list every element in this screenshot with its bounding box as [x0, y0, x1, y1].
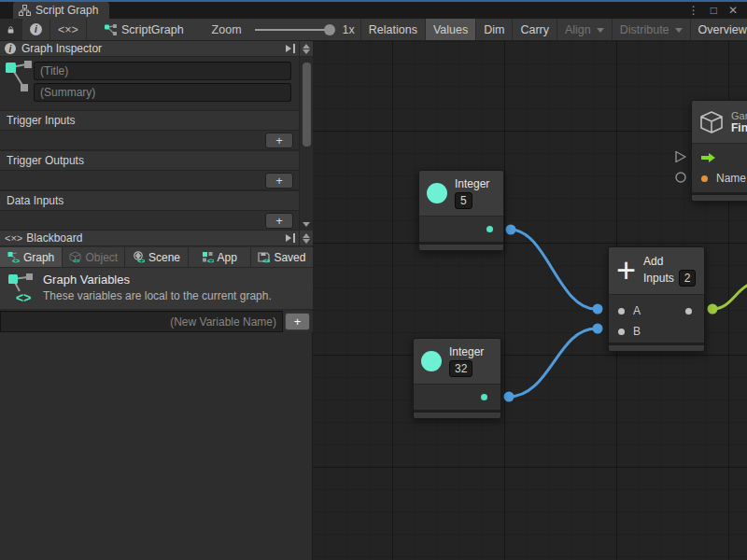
graph-summary-input[interactable]: [34, 83, 291, 102]
output-port[interactable]: [486, 226, 493, 232]
node-integer-5[interactable]: Integer 5: [418, 170, 504, 251]
align-dropdown-button[interactable]: Align: [557, 19, 613, 40]
gameobject-cube-icon: [699, 110, 724, 134]
node-gameobject-find[interactable]: Gam Fin Name: [691, 100, 747, 202]
tab-scene[interactable]: <> Scene: [125, 247, 188, 267]
node-header: + Add Inputs 2: [609, 247, 704, 294]
lock-button[interactable]: [0, 19, 22, 40]
overview-button[interactable]: Overview: [691, 19, 747, 40]
node-body: Name: [692, 143, 747, 192]
app-icon: <>: [202, 251, 214, 263]
empty-trigger-indicator-icon[interactable]: [674, 150, 687, 163]
zoom-slider-thumb[interactable]: [324, 24, 335, 35]
graph-canvas[interactable]: Integer 5 Integer 32: [313, 41, 747, 560]
angle-x-icon: <×>: [5, 232, 22, 244]
dock-icon[interactable]: [286, 233, 295, 243]
info-icon: i: [5, 43, 16, 54]
tab-graph[interactable]: <> Graph: [0, 247, 63, 267]
add-data-input-button[interactable]: +: [265, 213, 293, 229]
zoom-slider-track[interactable]: [255, 29, 331, 31]
graph-inspector-header: i Graph Inspector: [0, 41, 313, 57]
zoom-label: Zoom: [204, 19, 249, 40]
integer-value-field[interactable]: 5: [455, 192, 472, 209]
window-menu-icon[interactable]: ⋮: [683, 4, 705, 17]
node-footer: [419, 242, 503, 250]
tab-object[interactable]: <> Object: [63, 247, 125, 267]
integer-type-icon: [421, 351, 442, 371]
align-label: Align: [565, 23, 591, 36]
svg-text:<>: <>: [207, 258, 214, 263]
save-disk-icon: <>: [258, 251, 270, 263]
carry-button[interactable]: Carry: [513, 19, 557, 40]
inputs-label: Inputs: [643, 272, 674, 285]
add-trigger-output-button[interactable]: +: [265, 173, 293, 189]
node-footer: [414, 410, 500, 418]
node-subtitle: Gam: [731, 110, 747, 121]
scroll-arrows[interactable]: [299, 41, 313, 57]
node-integer-32[interactable]: Integer 32: [413, 338, 501, 419]
graph-inspector-toggle-button[interactable]: i: [22, 19, 50, 40]
distribute-dropdown-button[interactable]: Distribute: [613, 19, 691, 40]
wire-add-output[interactable]: [712, 285, 747, 309]
maximize-icon[interactable]: □: [705, 4, 723, 17]
distribute-label: Distribute: [620, 23, 669, 36]
add-variable-button[interactable]: +: [285, 313, 310, 330]
input-port-b[interactable]: [618, 329, 625, 335]
new-variable-input[interactable]: [0, 311, 283, 332]
scroll-down-icon[interactable]: [303, 222, 310, 227]
close-icon[interactable]: ✕: [723, 4, 743, 17]
graph-variables-icon: <>: [7, 251, 20, 263]
chevron-down-icon: [597, 28, 604, 33]
wire-endpoint[interactable]: [708, 304, 718, 315]
values-button[interactable]: Values: [426, 19, 476, 40]
chevron-down-icon: [675, 28, 683, 33]
wire-endpoint[interactable]: [593, 304, 603, 315]
wire-endpoint[interactable]: [593, 324, 603, 334]
tab-label: App: [218, 251, 237, 264]
trigger-inputs-section-label: Trigger Inputs: [0, 110, 299, 130]
output-port[interactable]: [481, 394, 487, 400]
graph-breadcrumb[interactable]: [96, 19, 120, 40]
input-port-name[interactable]: [701, 175, 708, 182]
node-body: A B: [609, 294, 704, 343]
blackboard-tabs: <> Graph <> Object <> Scene: [0, 247, 313, 268]
empty-data-indicator-icon[interactable]: [674, 171, 687, 184]
tab-title: Script Graph: [35, 4, 98, 17]
wire-endpoint[interactable]: [504, 392, 514, 402]
tab-label: Graph: [23, 251, 54, 264]
scrollbar-thumb[interactable]: [303, 63, 311, 147]
output-port[interactable]: [685, 308, 692, 315]
wire-endpoint[interactable]: [506, 225, 516, 235]
graph-title-input[interactable]: [34, 62, 291, 80]
integer-type-icon: [427, 183, 447, 203]
zoom-slider[interactable]: [249, 19, 337, 40]
graph-name-label: ScriptGraph: [120, 19, 191, 40]
add-trigger-input-button[interactable]: +: [265, 133, 293, 148]
dim-button[interactable]: Dim: [476, 19, 513, 40]
relations-button[interactable]: Relations: [360, 19, 426, 40]
node-add[interactable]: + Add Inputs 2 A B: [608, 246, 705, 352]
data-inputs-list: +: [0, 210, 299, 231]
inspector-scrollbar[interactable]: [299, 57, 313, 231]
toolbar-button-group: Relations Values Dim Carry Align Distrib…: [360, 19, 747, 40]
dock-icon[interactable]: [286, 44, 295, 53]
tab-app[interactable]: <> App: [189, 247, 251, 267]
integer-value-field[interactable]: 32: [449, 360, 472, 377]
trigger-arrow-icon[interactable]: [701, 152, 716, 163]
node-header: Integer 32: [414, 339, 500, 384]
angle-x-icon: <×>: [58, 23, 78, 36]
svg-text:<>: <>: [12, 258, 20, 264]
wire-integer32-to-b[interactable]: [509, 329, 596, 397]
input-port-a[interactable]: [618, 308, 625, 315]
tab-saved[interactable]: <> Saved: [251, 247, 313, 267]
blackboard-toggle-button[interactable]: <×>: [50, 19, 87, 40]
trigger-inputs-list: +: [0, 130, 299, 150]
wire-integer5-to-a[interactable]: [511, 230, 596, 309]
trigger-port-row: [692, 147, 747, 168]
scroll-arrows[interactable]: [299, 231, 313, 246]
tab-script-graph[interactable]: Script Graph: [13, 2, 109, 19]
node-title: Integer: [455, 177, 489, 190]
inputs-count-field[interactable]: 2: [679, 270, 697, 287]
node-header: Integer 5: [419, 171, 503, 216]
port-row-b: B: [609, 321, 704, 342]
